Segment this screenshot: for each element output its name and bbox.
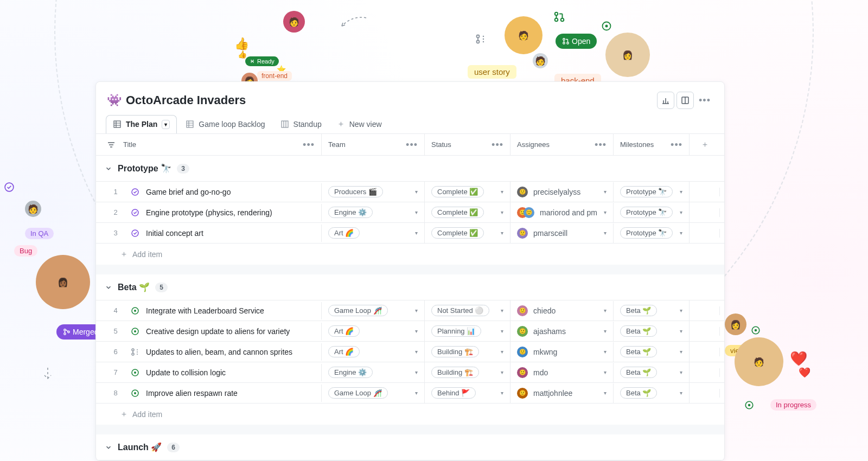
tab-game-loop-backlog[interactable]: Game loop Backlog [179,116,271,133]
status-tag[interactable]: Complete ✅ [431,227,484,239]
assignee-text[interactable]: mdo [533,368,548,377]
chevron-down-icon[interactable]: ▾ [680,308,682,313]
assignee-text[interactable]: mariorod and pm [540,208,597,217]
tab-the-plan[interactable]: The Plan ▾ [106,115,177,133]
table-row[interactable]: 3 Initial concept art Art 🌈▾ Complete ✅▾… [96,222,724,243]
chevron-down-icon[interactable]: ▾ [680,328,682,334]
milestone-tag[interactable]: Beta 🌱 [620,346,657,357]
chevron-down-icon[interactable]: ▾ [680,230,682,236]
insights-button[interactable] [657,92,674,109]
group-collapse-toggle[interactable] [105,284,112,291]
milestone-tag[interactable]: Beta 🌱 [620,325,657,337]
assignee-text[interactable]: ajashams [533,327,566,336]
item-title[interactable]: Game brief and go-no-go [146,188,231,196]
chevron-down-icon[interactable]: ▾ [501,369,503,375]
group-collapse-toggle[interactable] [105,444,112,451]
chevron-down-icon[interactable]: ▾ [680,369,682,375]
filter-icon[interactable] [107,140,118,149]
team-tag[interactable]: Art 🌈 [328,346,360,357]
item-title[interactable]: Updates to alien, beam, and cannon sprit… [146,348,292,356]
tab-new-view[interactable]: ＋ New view [330,114,388,133]
chevron-down-icon[interactable]: ▾ [415,349,418,355]
item-title[interactable]: Creative design update to aliens for var… [146,327,290,336]
assignee-text[interactable]: chiedo [533,306,556,315]
milestone-tag[interactable]: Beta 🌱 [620,367,657,378]
table-row[interactable]: 4 Integrate with Leaderboard Service Gam… [96,300,724,321]
team-tag[interactable]: Game Loop 🎢 [328,387,388,399]
more-button[interactable]: ••• [696,92,713,109]
assignee-text[interactable]: mkwng [533,348,557,356]
milestone-tag[interactable]: Prototype 🔭 [620,227,673,239]
column-status[interactable]: Status [431,140,451,149]
column-menu[interactable]: ••• [492,142,503,148]
chevron-down-icon[interactable]: ▾ [501,230,503,236]
table-row[interactable]: 6 Updates to alien, beam, and cannon spr… [96,341,724,362]
chevron-down-icon[interactable]: ▾ [680,189,682,195]
chevron-down-icon[interactable]: ▾ [604,230,607,236]
assignee-text[interactable]: mattjohnlee [533,389,572,398]
table-row[interactable]: 9 Interviews with media outlets Producer… [96,460,724,460]
status-tag[interactable]: Not Started ⚪ [431,305,489,316]
column-menu[interactable]: ••• [303,142,315,148]
chevron-down-icon[interactable]: ▾ [415,230,418,236]
assignee-text[interactable]: preciselyalyss [533,188,580,196]
item-title[interactable]: Initial concept art [146,229,203,238]
chevron-down-icon[interactable]: ▾ [415,369,418,375]
chevron-down-icon[interactable]: ▾ [415,209,418,215]
column-menu[interactable]: ••• [595,142,607,148]
chevron-down-icon[interactable]: ▾ [501,209,503,215]
add-column-button[interactable]: ＋ [701,139,709,150]
chevron-down-icon[interactable]: ▾ [604,349,607,355]
column-title[interactable]: Title [123,140,136,149]
chevron-down-icon[interactable]: ▾ [415,328,418,334]
chevron-down-icon[interactable]: ▾ [604,189,607,195]
milestone-tag[interactable]: Beta 🌱 [620,387,657,399]
chevron-down-icon[interactable]: ▾ [680,390,682,396]
add-item-button[interactable]: ＋Add item [96,403,724,425]
column-milestones[interactable]: Milestones [620,140,654,149]
table-row[interactable]: 2 Engine prototype (physics, rendering) … [96,202,724,222]
column-team[interactable]: Team [328,140,346,149]
team-tag[interactable]: Art 🌈 [328,227,360,239]
column-menu[interactable]: ••• [406,142,418,148]
chevron-down-icon[interactable]: ▾ [604,209,607,215]
team-tag[interactable]: Art 🌈 [328,325,360,337]
add-item-button[interactable]: ＋Add item [96,243,724,265]
team-tag[interactable]: Engine ⚙️ [328,367,373,378]
group-collapse-toggle[interactable] [105,165,112,172]
team-tag[interactable]: Engine ⚙️ [328,207,373,218]
team-tag[interactable]: Game Loop 🎢 [328,305,388,316]
chevron-down-icon[interactable]: ▾ [680,349,682,355]
column-assignees[interactable]: Assignees [517,140,550,149]
milestone-tag[interactable]: Prototype 🔭 [620,207,673,218]
item-title[interactable]: Integrate with Leaderboard Service [146,306,264,315]
status-tag[interactable]: Complete ✅ [431,186,484,197]
chevron-down-icon[interactable]: ▾ [501,328,503,334]
status-tag[interactable]: Behind 🚩 [431,387,476,399]
status-tag[interactable]: Complete ✅ [431,207,484,218]
chevron-down-icon[interactable]: ▾ [501,189,503,195]
status-tag[interactable]: Planning 📊 [431,325,481,337]
tab-standup[interactable]: Standup [274,116,328,133]
chevron-down-icon[interactable]: ▾ [501,390,503,396]
milestone-tag[interactable]: Beta 🌱 [620,305,657,316]
status-tag[interactable]: Building 🏗️ [431,367,479,378]
chevron-down-icon[interactable]: ▾ [680,209,682,215]
item-title[interactable]: Improve alien respawn rate [146,389,238,398]
table-row[interactable]: 7 Update to collision logic Engine ⚙️▾ B… [96,362,724,382]
tab-dropdown-icon[interactable]: ▾ [162,120,170,129]
assignee-text[interactable]: pmarsceill [533,229,567,238]
chevron-down-icon[interactable]: ▾ [501,349,503,355]
chevron-down-icon[interactable]: ▾ [415,308,418,313]
table-row[interactable]: 5 Creative design update to aliens for v… [96,321,724,341]
milestone-tag[interactable]: Prototype 🔭 [620,186,673,197]
chevron-down-icon[interactable]: ▾ [604,369,607,375]
chevron-down-icon[interactable]: ▾ [604,308,607,313]
table-row[interactable]: 8 Improve alien respawn rate Game Loop 🎢… [96,382,724,403]
table-row[interactable]: 1 Game brief and go-no-go Producers 🎬▾ C… [96,181,724,202]
layout-button[interactable] [676,92,694,109]
item-title[interactable]: Update to collision logic [146,368,226,377]
chevron-down-icon[interactable]: ▾ [415,189,418,195]
team-tag[interactable]: Producers 🎬 [328,186,383,197]
item-title[interactable]: Engine prototype (physics, rendering) [146,208,272,217]
